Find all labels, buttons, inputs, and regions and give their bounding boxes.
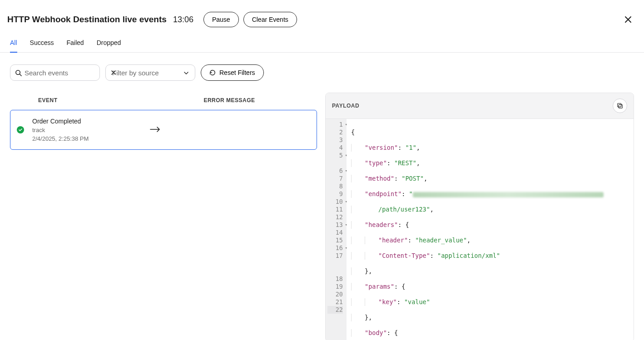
arrow-right-icon <box>149 126 161 134</box>
svg-rect-2 <box>618 103 621 107</box>
filter-bar: Filter by source Reset Filters <box>0 53 644 93</box>
tab-all[interactable]: All <box>10 34 17 53</box>
pause-button[interactable]: Pause <box>203 12 239 27</box>
chevron-down-icon <box>184 69 188 77</box>
payload-code: { "version": "1", "type": "REST", "metho… <box>347 119 634 340</box>
event-row[interactable]: Order Completed track 2/4/2025, 2:25:38 … <box>10 110 317 150</box>
source-select-label: Filter by source <box>112 69 159 77</box>
refresh-icon <box>209 69 216 76</box>
copy-icon <box>617 103 623 109</box>
tab-success[interactable]: Success <box>30 34 54 53</box>
clear-events-button[interactable]: Clear Events <box>243 12 297 27</box>
search-input[interactable] <box>25 69 111 77</box>
status-success-icon <box>17 126 24 133</box>
tab-dropped[interactable]: Dropped <box>97 34 121 53</box>
header-actions: Pause Clear Events <box>203 12 297 27</box>
tab-failed[interactable]: Failed <box>66 34 84 53</box>
column-header-error: ERROR MESSAGE <box>142 97 317 103</box>
payload-header: PAYLOAD <box>326 93 634 119</box>
reset-filters-button[interactable]: Reset Filters <box>201 64 264 81</box>
payload-panel: PAYLOAD 1 2 3 4 5 6 7 8 9 10 <box>325 93 634 340</box>
search-field[interactable] <box>10 64 100 81</box>
page-title: HTTP Webhook Destination live events <box>7 15 167 25</box>
payload-code-viewer[interactable]: 1 2 3 4 5 6 7 8 9 10 11 12 13 14 15 16 <box>326 119 634 340</box>
event-list-header: EVENT ERROR MESSAGE <box>10 93 317 110</box>
event-name: Order Completed <box>32 118 141 125</box>
elapsed-time: 13:06 <box>173 15 193 25</box>
header-bar: HTTP Webhook Destination live events 13:… <box>0 0 644 34</box>
payload-column: PAYLOAD 1 2 3 4 5 6 7 8 9 10 <box>325 93 634 340</box>
payload-title: PAYLOAD <box>332 103 359 109</box>
svg-rect-1 <box>619 104 622 108</box>
redacted-endpoint <box>413 192 604 197</box>
close-button[interactable] <box>622 14 634 25</box>
copy-payload-button[interactable] <box>613 99 627 113</box>
event-list-column: EVENT ERROR MESSAGE Order Completed trac… <box>10 93 317 340</box>
close-icon <box>624 15 632 24</box>
line-gutter: 1 2 3 4 5 6 7 8 9 10 11 12 13 14 15 16 <box>326 119 347 340</box>
event-meta: Order Completed track 2/4/2025, 2:25:38 … <box>32 118 141 142</box>
column-header-event: EVENT <box>10 97 142 103</box>
event-timestamp: 2/4/2025, 2:25:38 PM <box>32 135 141 142</box>
status-tabs: All Success Failed Dropped <box>0 34 644 53</box>
search-icon <box>15 69 22 76</box>
filter-by-source-select[interactable]: Filter by source <box>105 64 195 81</box>
event-type: track <box>32 127 141 133</box>
reset-filters-label: Reset Filters <box>219 69 255 76</box>
